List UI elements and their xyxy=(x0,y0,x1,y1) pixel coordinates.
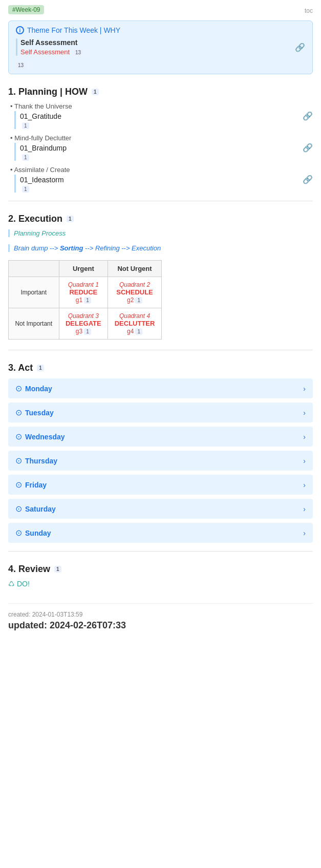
q3-action: DELEGATE xyxy=(65,320,103,327)
self-assessment-ref-badge: 13 xyxy=(73,49,83,56)
self-assessment-title: Self Assessment xyxy=(20,38,83,47)
planning-list: • Thank the Universe 01_Gratitude 🔗 1 xyxy=(10,102,313,193)
execution-heading-badge: 1 xyxy=(67,216,74,222)
planning-link-icon-2[interactable]: 🔗 xyxy=(298,143,313,153)
execution-section: 2. Execution 1 Planning Process Brain du… xyxy=(8,214,313,340)
act-heading-badge: 1 xyxy=(37,365,44,371)
q1-text: Quadrant 1 xyxy=(65,281,103,288)
day-saturday[interactable]: ⊙ Saturday › xyxy=(8,499,313,519)
planning-sub-1: 01_Gratitude 🔗 1 xyxy=(14,111,313,129)
planning-bullet-1: • Thank the Universe xyxy=(10,102,313,110)
day-sunday[interactable]: ⊙ Sunday › xyxy=(8,523,313,543)
day-thursday[interactable]: ⊙ Thursday › xyxy=(8,451,313,471)
planning-item-ideastorm: • Assimilate / Create 01_Ideastorm 🔗 1 xyxy=(10,166,313,193)
matrix-empty-header xyxy=(9,261,59,277)
toc-link[interactable]: toc xyxy=(305,7,313,14)
monday-label: Monday xyxy=(25,385,300,393)
planning-process-link[interactable]: Planning Process xyxy=(8,229,313,237)
created-text: created: 2024-01-03T13:59 xyxy=(8,611,313,618)
q3-link[interactable]: g31 xyxy=(76,328,91,335)
q4-text: Quadrant 4 xyxy=(113,312,156,320)
self-assessment-link[interactable]: Self Assessment xyxy=(20,48,70,56)
tuesday-icon: ⊙ xyxy=(15,408,22,417)
planning-item-braindump: • Mind-fully Declutter 01_Braindump 🔗 1 xyxy=(10,134,313,161)
footer: created: 2024-01-03T13:59 updated: 2024-… xyxy=(8,603,313,631)
day-monday[interactable]: ⊙ Monday › xyxy=(8,378,313,398)
theme-title[interactable]: i Theme For This Week | WHY xyxy=(16,26,305,34)
quadrant-3-cell[interactable]: Quadrant 3 DELEGATE g31 xyxy=(59,308,108,340)
planning-name-2: 01_Braindump xyxy=(20,144,67,152)
theme-info-box: i Theme For This Week | WHY Self Assessm… xyxy=(8,20,313,74)
q4-link[interactable]: g41 xyxy=(127,328,142,335)
left-border xyxy=(16,38,17,56)
friday-chevron: › xyxy=(303,481,306,489)
q4-badge: 1 xyxy=(135,328,142,335)
planning-heading: 1. Planning | HOW 1 xyxy=(8,87,313,97)
info-icon: i xyxy=(16,26,24,34)
day-friday[interactable]: ⊙ Friday › xyxy=(8,475,313,495)
act-heading: 3. Act 1 xyxy=(8,363,313,373)
q3-badge: 1 xyxy=(84,328,91,335)
q4-action: DECLUTTER xyxy=(113,320,156,327)
planning-sub-2: 01_Braindump 🔗 1 xyxy=(14,143,313,161)
matrix-not-urgent-header: Not Urgent xyxy=(108,261,162,277)
planning-badge-1: 1 xyxy=(22,122,29,129)
planning-badge-3: 1 xyxy=(22,186,29,193)
review-section: 4. Review 1 ♺ DO! xyxy=(8,564,313,588)
planning-link-icon-3[interactable]: 🔗 xyxy=(298,175,313,184)
wednesday-icon: ⊙ xyxy=(15,432,22,441)
planning-name-1: 01_Gratitude xyxy=(20,112,61,120)
quadrant-4-cell[interactable]: Quadrant 4 DECLUTTER g41 xyxy=(108,308,162,340)
execution-heading: 2. Execution 1 xyxy=(8,214,313,224)
q2-link[interactable]: g21 xyxy=(127,297,142,304)
updated-text: updated: 2024-02-26T07:33 xyxy=(8,620,313,631)
quadrant-1-cell[interactable]: Quadrant 1 REDUCE g11 xyxy=(59,277,108,308)
week-tag[interactable]: #Week-09 xyxy=(8,5,44,14)
planning-name-3: 01_Ideastorm xyxy=(20,176,64,184)
planning-item-gratitude: • Thank the Universe 01_Gratitude 🔗 1 xyxy=(10,102,313,129)
important-label: Important xyxy=(9,277,59,308)
q1-link[interactable]: g11 xyxy=(76,297,91,304)
not-important-label: Not Important xyxy=(9,308,59,340)
matrix-row-important: Important Quadrant 1 REDUCE g11 Quadrant… xyxy=(9,277,162,308)
theme-title-text: Theme For This Week | WHY xyxy=(27,26,120,34)
review-heading: 4. Review 1 xyxy=(8,564,313,575)
q2-text: Quadrant 2 xyxy=(113,281,156,288)
saturday-icon: ⊙ xyxy=(15,504,22,514)
link-icon[interactable]: 🔗 xyxy=(291,43,305,52)
do-link[interactable]: ♺ DO! xyxy=(8,580,313,588)
q3-text: Quadrant 3 xyxy=(65,312,103,320)
sunday-chevron: › xyxy=(303,529,306,537)
day-wednesday[interactable]: ⊙ Wednesday › xyxy=(8,427,313,447)
planning-link-icon-1[interactable]: 🔗 xyxy=(298,111,313,121)
matrix-table: Urgent Not Urgent Important Quadrant 1 R… xyxy=(8,260,162,340)
q1-action: REDUCE xyxy=(65,288,103,296)
thursday-chevron: › xyxy=(303,457,306,465)
monday-chevron: › xyxy=(303,385,306,393)
do-icon: ♺ xyxy=(8,580,15,588)
matrix-row-not-important: Not Important Quadrant 3 DELEGATE g31 Qu… xyxy=(9,308,162,340)
planning-bullet-3: • Assimilate / Create xyxy=(10,166,313,174)
friday-label: Friday xyxy=(25,481,300,489)
tuesday-chevron: › xyxy=(303,409,306,417)
day-tuesday[interactable]: ⊙ Tuesday › xyxy=(8,403,313,422)
self-assessment-content: Self Assessment Self Assessment 13 🔗 xyxy=(20,38,305,56)
saturday-chevron: › xyxy=(303,505,306,513)
act-section: 3. Act 1 ⊙ Monday › ⊙ Tuesday › ⊙ Wednes… xyxy=(8,363,313,543)
monday-icon: ⊙ xyxy=(15,384,22,393)
planning-sub-3: 01_Ideastorm 🔗 1 xyxy=(14,175,313,193)
do-label: DO! xyxy=(17,580,30,588)
planning-heading-badge: 1 xyxy=(92,89,99,95)
review-heading-badge: 1 xyxy=(54,566,61,573)
tuesday-label: Tuesday xyxy=(25,409,300,417)
matrix-urgent-header: Urgent xyxy=(59,261,108,277)
sunday-label: Sunday xyxy=(25,529,300,537)
q2-badge: 1 xyxy=(135,297,142,304)
quadrant-2-cell[interactable]: Quadrant 2 SCHEDULE g21 xyxy=(108,277,162,308)
friday-icon: ⊙ xyxy=(15,480,22,490)
planning-bullet-2: • Mind-fully Declutter xyxy=(10,134,313,142)
wednesday-chevron: › xyxy=(303,433,306,441)
sorting-highlight: Sorting xyxy=(60,244,83,252)
self-ref-badge-bottom: 13 xyxy=(16,62,26,69)
thursday-icon: ⊙ xyxy=(15,456,22,465)
